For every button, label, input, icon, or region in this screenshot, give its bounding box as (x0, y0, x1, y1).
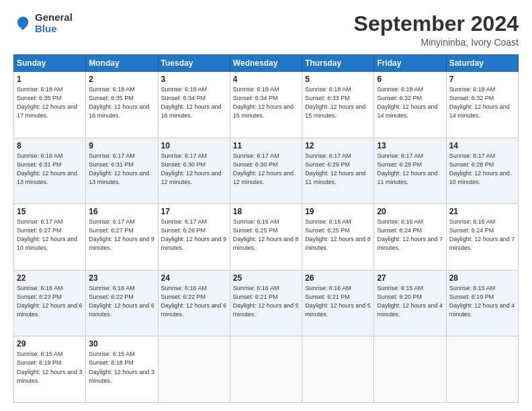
day-info: Sunrise: 6:18 AM Sunset: 6:31 PM Dayligh… (17, 152, 83, 187)
calendar-week-row: 8 Sunrise: 6:18 AM Sunset: 6:31 PM Dayli… (14, 138, 519, 204)
table-row: 1 Sunrise: 6:18 AM Sunset: 6:35 PM Dayli… (14, 72, 86, 138)
col-saturday: Saturday (446, 55, 518, 72)
day-number: 13 (377, 141, 443, 150)
table-row: 2 Sunrise: 6:18 AM Sunset: 6:35 PM Dayli… (86, 72, 158, 138)
day-info: Sunrise: 6:17 AM Sunset: 6:27 PM Dayligh… (89, 218, 154, 253)
table-row: 4 Sunrise: 6:18 AM Sunset: 6:34 PM Dayli… (230, 72, 302, 138)
col-tuesday: Tuesday (158, 55, 230, 72)
day-info: Sunrise: 6:17 AM Sunset: 6:28 PM Dayligh… (449, 152, 515, 187)
table-row (230, 336, 302, 403)
table-row: 28 Sunrise: 6:15 AM Sunset: 6:19 PM Dayl… (446, 270, 518, 336)
day-number: 4 (233, 75, 299, 84)
day-number: 3 (161, 75, 227, 84)
day-info: Sunrise: 6:16 AM Sunset: 6:21 PM Dayligh… (233, 284, 299, 319)
day-info: Sunrise: 6:16 AM Sunset: 6:24 PM Dayligh… (449, 218, 515, 253)
table-row: 26 Sunrise: 6:16 AM Sunset: 6:21 PM Dayl… (302, 270, 374, 336)
col-friday: Friday (374, 55, 446, 72)
table-row: 10 Sunrise: 6:17 AM Sunset: 6:30 PM Dayl… (158, 138, 230, 204)
calendar-header-row: Sunday Monday Tuesday Wednesday Thursday… (14, 55, 519, 72)
day-number: 19 (305, 207, 371, 216)
table-row: 13 Sunrise: 6:17 AM Sunset: 6:28 PM Dayl… (374, 138, 446, 204)
table-row: 8 Sunrise: 6:18 AM Sunset: 6:31 PM Dayli… (14, 138, 86, 204)
day-info: Sunrise: 6:18 AM Sunset: 6:34 PM Dayligh… (161, 85, 227, 120)
month-title: September 2024 (354, 12, 519, 36)
day-number: 22 (17, 273, 83, 283)
day-number: 1 (17, 75, 83, 84)
day-number: 26 (305, 273, 371, 283)
table-row (374, 336, 446, 403)
table-row: 30 Sunrise: 6:15 AM Sunset: 6:18 PM Dayl… (86, 336, 158, 403)
table-row (158, 336, 230, 403)
day-number: 2 (89, 75, 154, 84)
day-number: 23 (89, 273, 154, 283)
day-number: 9 (89, 141, 154, 150)
table-row: 18 Sunrise: 6:16 AM Sunset: 6:25 PM Dayl… (230, 204, 302, 271)
day-info: Sunrise: 6:17 AM Sunset: 6:26 PM Dayligh… (161, 218, 227, 253)
day-number: 11 (233, 141, 299, 150)
day-info: Sunrise: 6:17 AM Sunset: 6:30 PM Dayligh… (233, 152, 299, 187)
day-number: 28 (449, 273, 515, 283)
day-info: Sunrise: 6:18 AM Sunset: 6:33 PM Dayligh… (305, 85, 371, 120)
day-info: Sunrise: 6:15 AM Sunset: 6:20 PM Dayligh… (377, 284, 443, 319)
header: General Blue September 2024 Minyininba, … (13, 12, 519, 48)
day-number: 29 (17, 339, 83, 349)
day-number: 20 (377, 207, 443, 216)
day-info: Sunrise: 6:16 AM Sunset: 6:24 PM Dayligh… (377, 218, 443, 253)
day-info: Sunrise: 6:15 AM Sunset: 6:19 PM Dayligh… (17, 350, 83, 385)
table-row: 21 Sunrise: 6:16 AM Sunset: 6:24 PM Dayl… (446, 204, 518, 271)
day-info: Sunrise: 6:18 AM Sunset: 6:32 PM Dayligh… (449, 85, 515, 120)
table-row (446, 336, 518, 403)
calendar-week-row: 22 Sunrise: 6:16 AM Sunset: 6:23 PM Dayl… (14, 270, 519, 336)
table-row: 27 Sunrise: 6:15 AM Sunset: 6:20 PM Dayl… (374, 270, 446, 336)
table-row: 3 Sunrise: 6:18 AM Sunset: 6:34 PM Dayli… (158, 72, 230, 138)
col-wednesday: Wednesday (230, 55, 302, 72)
table-row (302, 336, 374, 403)
day-number: 7 (449, 75, 515, 84)
logo-general: General (35, 12, 73, 24)
table-row: 24 Sunrise: 6:16 AM Sunset: 6:22 PM Dayl… (158, 270, 230, 336)
table-row: 17 Sunrise: 6:17 AM Sunset: 6:26 PM Dayl… (158, 204, 230, 271)
day-number: 5 (305, 75, 371, 84)
calendar-table: Sunday Monday Tuesday Wednesday Thursday… (13, 54, 519, 403)
col-monday: Monday (86, 55, 158, 72)
page: General Blue September 2024 Minyininba, … (0, 0, 532, 411)
day-info: Sunrise: 6:18 AM Sunset: 6:35 PM Dayligh… (89, 85, 154, 120)
day-number: 21 (449, 207, 515, 216)
day-number: 12 (305, 141, 371, 150)
table-row: 6 Sunrise: 6:18 AM Sunset: 6:32 PM Dayli… (374, 72, 446, 138)
day-info: Sunrise: 6:16 AM Sunset: 6:22 PM Dayligh… (89, 284, 154, 319)
day-number: 8 (17, 141, 83, 150)
day-info: Sunrise: 6:15 AM Sunset: 6:18 PM Dayligh… (89, 350, 154, 385)
day-info: Sunrise: 6:16 AM Sunset: 6:25 PM Dayligh… (305, 218, 371, 253)
day-number: 15 (17, 207, 83, 216)
table-row: 9 Sunrise: 6:17 AM Sunset: 6:31 PM Dayli… (86, 138, 158, 204)
table-row: 12 Sunrise: 6:17 AM Sunset: 6:29 PM Dayl… (302, 138, 374, 204)
location: Minyininba, Ivory Coast (354, 37, 519, 48)
table-row: 22 Sunrise: 6:16 AM Sunset: 6:23 PM Dayl… (14, 270, 86, 336)
logo-text: General Blue (35, 12, 73, 34)
table-row: 11 Sunrise: 6:17 AM Sunset: 6:30 PM Dayl… (230, 138, 302, 204)
day-info: Sunrise: 6:16 AM Sunset: 6:21 PM Dayligh… (305, 284, 371, 319)
day-info: Sunrise: 6:16 AM Sunset: 6:22 PM Dayligh… (161, 284, 227, 319)
table-row: 15 Sunrise: 6:17 AM Sunset: 6:27 PM Dayl… (14, 204, 86, 271)
table-row: 7 Sunrise: 6:18 AM Sunset: 6:32 PM Dayli… (446, 72, 518, 138)
logo-blue: Blue (35, 24, 73, 35)
day-number: 16 (89, 207, 154, 216)
day-info: Sunrise: 6:15 AM Sunset: 6:19 PM Dayligh… (449, 284, 515, 319)
table-row: 25 Sunrise: 6:16 AM Sunset: 6:21 PM Dayl… (230, 270, 302, 336)
day-number: 24 (161, 273, 227, 283)
day-info: Sunrise: 6:16 AM Sunset: 6:25 PM Dayligh… (233, 218, 299, 253)
calendar-week-row: 15 Sunrise: 6:17 AM Sunset: 6:27 PM Dayl… (14, 204, 519, 271)
calendar-week-row: 29 Sunrise: 6:15 AM Sunset: 6:19 PM Dayl… (14, 336, 519, 403)
day-info: Sunrise: 6:17 AM Sunset: 6:28 PM Dayligh… (377, 152, 443, 187)
day-number: 18 (233, 207, 299, 216)
day-info: Sunrise: 6:17 AM Sunset: 6:31 PM Dayligh… (89, 152, 154, 187)
day-info: Sunrise: 6:18 AM Sunset: 6:34 PM Dayligh… (233, 85, 299, 120)
table-row: 20 Sunrise: 6:16 AM Sunset: 6:24 PM Dayl… (374, 204, 446, 271)
title-block: September 2024 Minyininba, Ivory Coast (354, 12, 519, 48)
day-number: 25 (233, 273, 299, 283)
day-number: 17 (161, 207, 227, 216)
table-row: 5 Sunrise: 6:18 AM Sunset: 6:33 PM Dayli… (302, 72, 374, 138)
table-row: 23 Sunrise: 6:16 AM Sunset: 6:22 PM Dayl… (86, 270, 158, 336)
day-number: 30 (89, 339, 154, 349)
